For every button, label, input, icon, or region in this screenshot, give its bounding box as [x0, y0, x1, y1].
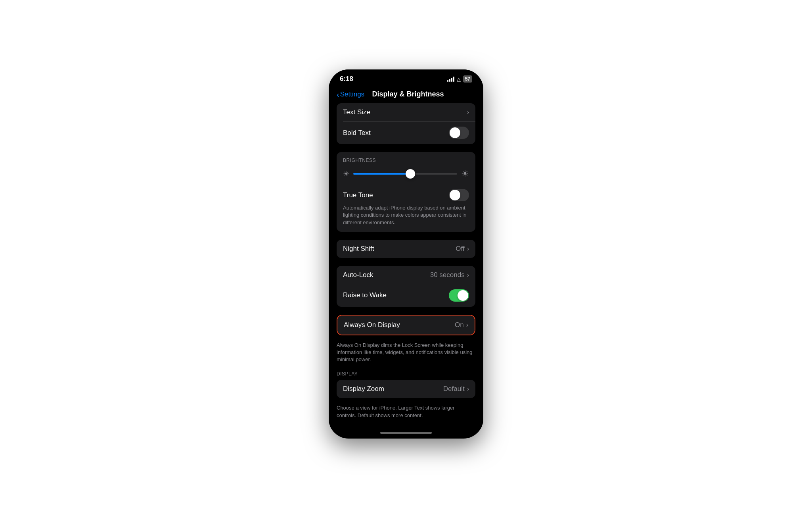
always-on-display-description: Always On Display dims the Lock Screen w…	[337, 339, 475, 365]
signal-icon	[447, 76, 454, 82]
raise-to-wake-toggle[interactable]	[449, 289, 469, 302]
true-tone-toggle-thumb	[450, 190, 460, 200]
display-zoom-row[interactable]: Display Zoom Default ›	[337, 380, 475, 398]
display-zoom-right: Default ›	[443, 385, 469, 393]
brightness-low-icon: ☀	[343, 169, 349, 178]
text-size-label: Text Size	[343, 108, 370, 116]
brightness-slider[interactable]	[353, 173, 457, 175]
home-indicator	[329, 429, 483, 439]
status-time: 6:18	[340, 75, 353, 83]
wifi-icon: △︎	[457, 76, 461, 82]
back-chevron-icon: ‹	[337, 90, 339, 98]
brightness-section: BRIGHTNESS ☀ ☀ True Tone Automatically a…	[337, 152, 475, 232]
status-bar: 6:18 △︎ 57	[329, 69, 483, 87]
bold-text-toggle-thumb	[450, 127, 460, 138]
always-on-display-row[interactable]: Always On Display On ›	[337, 316, 475, 335]
brightness-label: BRIGHTNESS	[343, 158, 469, 163]
display-zoom-value: Default	[443, 385, 465, 393]
true-tone-label: True Tone	[343, 191, 373, 199]
display-zoom-description: Choose a view for iPhone. Larger Text sh…	[337, 401, 475, 420]
display-zoom-chevron-icon: ›	[467, 385, 469, 393]
battery-icon: 57	[463, 75, 472, 83]
brightness-high-icon: ☀	[461, 169, 469, 179]
nav-bar: ‹ Settings Display & Brightness	[329, 87, 483, 103]
always-on-display-group: Always On Display On ›	[337, 315, 475, 335]
back-button[interactable]: ‹ Settings	[337, 90, 364, 98]
brightness-thumb[interactable]	[406, 169, 415, 179]
auto-lock-row[interactable]: Auto-Lock 30 seconds ›	[337, 266, 475, 284]
night-shift-label: Night Shift	[343, 245, 374, 253]
phone-frame: 6:18 △︎ 57 ‹ Settings Display & Brightne…	[329, 69, 483, 439]
auto-lock-right: 30 seconds ›	[430, 271, 469, 279]
night-shift-row[interactable]: Night Shift Off ›	[337, 240, 475, 258]
brightness-fill	[353, 173, 410, 175]
auto-lock-group: Auto-Lock 30 seconds › Raise to Wake	[337, 266, 475, 307]
always-on-display-value: On	[455, 321, 464, 329]
bold-text-toggle[interactable]	[449, 127, 469, 139]
night-shift-group: Night Shift Off ›	[337, 240, 475, 258]
night-shift-value: Off	[456, 245, 464, 253]
auto-lock-label: Auto-Lock	[343, 271, 373, 279]
text-section-group: Text Size › Bold Text	[337, 103, 475, 144]
bold-text-row[interactable]: Bold Text	[337, 121, 475, 144]
status-icons: △︎ 57	[447, 75, 472, 83]
raise-to-wake-row[interactable]: Raise to Wake	[337, 284, 475, 307]
display-zoom-group: Display Zoom Default ›	[337, 380, 475, 398]
settings-content: Text Size › Bold Text BRIGHTNESS ☀	[329, 103, 483, 429]
display-zoom-label: Display Zoom	[343, 385, 384, 393]
always-on-display-right: On ›	[455, 321, 468, 329]
auto-lock-chevron-icon: ›	[467, 271, 469, 279]
brightness-slider-row: ☀ ☀	[343, 169, 469, 179]
back-label: Settings	[340, 90, 364, 98]
display-section-label: DISPLAY	[337, 365, 475, 380]
always-on-display-chevron-icon: ›	[466, 321, 468, 329]
text-size-right: ›	[467, 109, 469, 116]
home-bar	[380, 432, 432, 434]
raise-to-wake-label: Raise to Wake	[343, 291, 387, 299]
true-tone-row: True Tone	[343, 184, 469, 201]
text-size-chevron-icon: ›	[467, 109, 469, 116]
auto-lock-value: 30 seconds	[430, 271, 465, 279]
text-size-row[interactable]: Text Size ›	[337, 103, 475, 121]
bold-text-label: Bold Text	[343, 129, 371, 137]
night-shift-chevron-icon: ›	[467, 245, 469, 252]
night-shift-right: Off ›	[456, 245, 469, 253]
always-on-display-label: Always On Display	[344, 321, 400, 329]
page-title: Display & Brightness	[364, 90, 452, 98]
raise-to-wake-toggle-thumb	[458, 290, 468, 301]
true-tone-toggle[interactable]	[449, 189, 469, 201]
true-tone-description: Automatically adapt iPhone display based…	[343, 201, 469, 226]
